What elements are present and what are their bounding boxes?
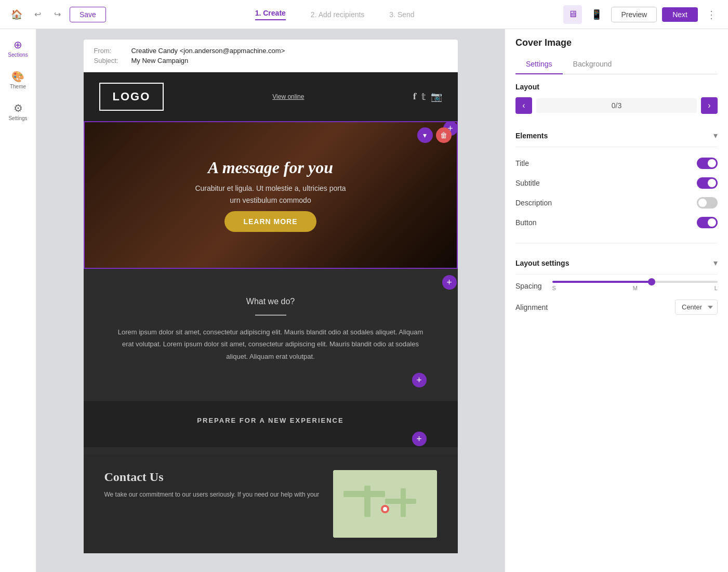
content-title: What we do? xyxy=(115,297,427,306)
layout-next-button[interactable]: › xyxy=(701,97,718,114)
contact-map xyxy=(333,470,437,538)
home-button[interactable]: 🏠 xyxy=(8,6,25,23)
layout-settings-header: Layout settings ▾ xyxy=(515,252,718,275)
next-button[interactable]: Next xyxy=(662,7,698,22)
main-layout: ⊕ Sections 🎨 Theme ⚙ Settings From: Crea… xyxy=(0,29,728,572)
panel-header: Cover Image Settings Background xyxy=(505,29,728,74)
toggle-row-description: Description xyxy=(515,193,718,213)
contact-grid: Contact Us We take our commitment to our… xyxy=(104,470,437,538)
spacing-labels: S M L xyxy=(552,285,718,291)
button-toggle-label: Button xyxy=(515,218,536,227)
save-button[interactable]: Save xyxy=(70,7,106,22)
toggle-row-title: Title xyxy=(515,153,718,173)
spacing-row: Spacing S M L xyxy=(515,281,718,291)
cover-title: A message for you xyxy=(208,158,333,177)
cover-image-section[interactable]: ▾ 🗑 A message for you Curabitur et ligul… xyxy=(84,121,458,269)
canvas-area: From: Creative Candy <jon.anderson@appma… xyxy=(36,29,505,572)
subtitle-toggle[interactable] xyxy=(697,177,718,189)
alignment-select[interactable]: Left Center Right xyxy=(675,300,718,315)
step-recipients[interactable]: 2. Add recipients xyxy=(311,10,365,19)
undo-button[interactable]: ↩ xyxy=(30,7,45,22)
mobile-device-button[interactable]: 📱 xyxy=(587,5,606,24)
layout-nav: ‹ 0/3 › xyxy=(515,97,718,114)
layout-counter: 0/3 xyxy=(536,98,697,113)
contact-text: Contact Us We take our commitment to our… xyxy=(104,470,323,538)
contact-body: We take our commitment to our users seri… xyxy=(104,489,323,500)
email-header: LOGO View online 𝐟 𝕥 📷 xyxy=(84,72,458,121)
cover-subtitle: Curabitur et ligula. Ut molestie a, ultr… xyxy=(195,183,346,206)
layout-prev-button[interactable]: ‹ xyxy=(515,97,532,114)
theme-icon: 🎨 xyxy=(11,70,24,83)
layout-settings-label: Layout settings xyxy=(515,259,569,267)
instagram-icon[interactable]: 📷 xyxy=(431,91,442,102)
map-svg xyxy=(333,470,437,538)
email-canvas: LOGO View online 𝐟 𝕥 📷 + ▾ 🗑 xyxy=(84,72,458,553)
title-toggle[interactable] xyxy=(697,158,718,169)
step-create[interactable]: 1. Create xyxy=(255,9,286,20)
subtitle-toggle-label: Subtitle xyxy=(515,179,540,187)
elements-chevron-icon[interactable]: ▾ xyxy=(713,131,718,140)
spacing-track[interactable] xyxy=(552,281,718,283)
panel-title: Cover Image xyxy=(515,37,718,48)
left-sidebar: ⊕ Sections 🎨 Theme ⚙ Settings xyxy=(0,29,36,572)
svg-rect-0 xyxy=(333,470,437,538)
spacing-l-label: L xyxy=(714,285,718,291)
svg-point-6 xyxy=(383,507,387,511)
cover-content: A message for you Curabitur et ligula. U… xyxy=(195,158,346,232)
delete-section-button[interactable]: 🗑 xyxy=(436,127,452,143)
toolbar-steps: 1. Create 2. Add recipients 3. Send xyxy=(112,9,557,20)
panel-body: Layout ‹ 0/3 › Elements ▾ Title xyxy=(505,74,728,572)
view-online-link[interactable]: View online xyxy=(272,93,304,100)
sidebar-settings-label: Settings xyxy=(8,115,27,121)
button-toggle[interactable] xyxy=(697,217,718,228)
add-section-after-promo-button[interactable]: + xyxy=(412,432,427,446)
content-body: Lorem ipsum dolor sit amet, consectetur … xyxy=(115,326,427,362)
cover-image: A message for you Curabitur et ligula. U… xyxy=(85,122,457,268)
spacing-thumb[interactable] xyxy=(648,278,655,285)
sections-icon: ⊕ xyxy=(14,38,22,51)
contact-section: Contact Us We take our commitment to our… xyxy=(84,454,458,553)
spacing-m-label: M xyxy=(633,285,638,291)
layout-settings-chevron-icon[interactable]: ▾ xyxy=(713,258,718,268)
collapse-section-button[interactable]: ▾ xyxy=(417,127,433,143)
add-section-after-cover-button[interactable]: + xyxy=(442,275,457,290)
elements-header: Elements ▾ xyxy=(515,124,718,147)
more-options-button[interactable]: ⋮ xyxy=(703,6,720,23)
add-section-after-content-button[interactable]: + xyxy=(412,373,427,387)
toolbar-left: 🏠 ↩ ↪ Save xyxy=(8,6,106,23)
from-label: From: xyxy=(94,47,125,55)
tab-settings[interactable]: Settings xyxy=(515,55,563,74)
preview-button[interactable]: Preview xyxy=(611,7,657,22)
contact-title: Contact Us xyxy=(104,470,323,484)
desktop-device-button[interactable]: 🖥 xyxy=(563,5,582,24)
elements-section: Elements ▾ Title Subtitle xyxy=(515,124,718,232)
sidebar-sections-label: Sections xyxy=(8,52,28,58)
promo-section: PREPARE FOR A NEW EXPERIENCE + xyxy=(84,401,458,447)
sidebar-item-sections[interactable]: ⊕ Sections xyxy=(0,33,36,63)
svg-rect-2 xyxy=(364,486,370,517)
content-section: What we do? Lorem ipsum dolor sit amet, … xyxy=(84,276,458,394)
description-toggle-label: Description xyxy=(515,199,552,207)
title-toggle-label: Title xyxy=(515,159,529,167)
tab-background[interactable]: Background xyxy=(563,55,623,74)
twitter-icon[interactable]: 𝕥 xyxy=(421,91,426,102)
logo-text: LOGO xyxy=(113,90,151,103)
step-send[interactable]: 3. Send xyxy=(389,10,414,19)
redo-button[interactable]: ↪ xyxy=(50,7,64,22)
cover-cta-button[interactable]: LEARN MORE xyxy=(224,211,316,232)
toggle-row-button: Button xyxy=(515,213,718,232)
sidebar-item-settings[interactable]: ⚙ Settings xyxy=(0,97,36,126)
alignment-label: Alignment xyxy=(515,303,548,311)
right-panel: Cover Image Settings Background Layout ‹… xyxy=(505,29,728,572)
facebook-icon[interactable]: 𝐟 xyxy=(413,91,416,102)
description-toggle[interactable] xyxy=(697,197,718,209)
toolbar-right: 🖥 📱 Preview Next ⋮ xyxy=(563,5,720,24)
alignment-row: Alignment Left Center Right xyxy=(515,300,718,315)
spacing-label: Spacing xyxy=(515,282,542,290)
svg-rect-4 xyxy=(401,488,406,517)
toolbar: 🏠 ↩ ↪ Save 1. Create 2. Add recipients 3… xyxy=(0,0,728,29)
email-meta: From: Creative Candy <jon.anderson@appma… xyxy=(84,40,458,72)
logo-box: LOGO xyxy=(99,83,164,111)
sidebar-item-theme[interactable]: 🎨 Theme xyxy=(0,65,36,95)
toggle-row-subtitle: Subtitle xyxy=(515,173,718,193)
